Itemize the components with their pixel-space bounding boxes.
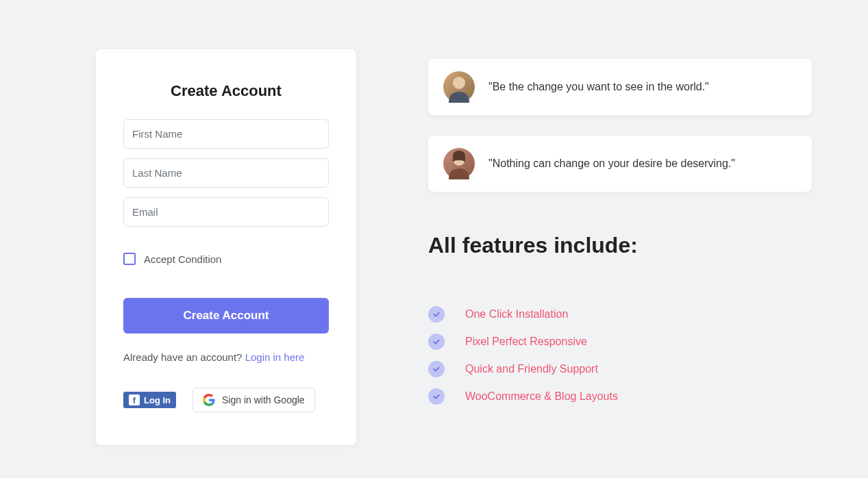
feature-text: Quick and Friendly Support	[465, 363, 598, 375]
feature-item: WooCommerce & Blog Layouts	[428, 388, 812, 405]
avatar	[443, 148, 475, 179]
feature-text: One Click Installation	[465, 308, 568, 320]
google-login-button[interactable]: Sign in with Google	[193, 388, 315, 412]
check-icon	[428, 334, 445, 350]
feature-text: Pixel Perfect Responsive	[465, 336, 587, 348]
signup-card: Create Account Accept Condition Create A…	[96, 49, 356, 445]
accept-condition-label: Accept Condition	[144, 253, 221, 265]
feature-item: Pixel Perfect Responsive	[428, 334, 812, 350]
accept-condition-row: Accept Condition	[123, 253, 329, 265]
facebook-icon: f	[129, 394, 140, 405]
check-icon	[428, 361, 445, 377]
already-have-account: Already have an account? Login in here	[123, 351, 329, 363]
google-label: Sign in with Google	[222, 394, 305, 405]
quote-card: "Nothing can change on your desire be de…	[428, 136, 812, 192]
quote-text: "Nothing can change on your desire be de…	[488, 158, 735, 170]
facebook-label: Log In	[144, 395, 171, 405]
facebook-login-button[interactable]: f Log In	[123, 392, 176, 408]
google-icon	[203, 394, 215, 406]
accept-condition-checkbox[interactable]	[123, 253, 136, 265]
features-title: All features include:	[428, 233, 812, 258]
feature-item: Quick and Friendly Support	[428, 361, 812, 377]
svg-point-0	[453, 77, 465, 89]
create-account-button[interactable]: Create Account	[123, 298, 329, 334]
check-icon	[428, 388, 445, 405]
already-text: Already have an account?	[123, 351, 245, 363]
social-login-row: f Log In Sign in with Google	[123, 388, 329, 412]
check-icon	[428, 306, 445, 323]
feature-text: WooCommerce & Blog Layouts	[465, 390, 618, 403]
first-name-field[interactable]	[123, 119, 329, 149]
quote-card: "Be the change you want to see in the wo…	[428, 59, 812, 115]
email-field[interactable]	[123, 197, 329, 227]
avatar	[443, 71, 475, 103]
card-title: Create Account	[123, 82, 329, 100]
right-column: "Be the change you want to see in the wo…	[428, 49, 812, 445]
last-name-field[interactable]	[123, 158, 329, 188]
quote-text: "Be the change you want to see in the wo…	[488, 81, 709, 93]
login-link[interactable]: Login in here	[245, 351, 305, 363]
feature-item: One Click Installation	[428, 306, 812, 323]
